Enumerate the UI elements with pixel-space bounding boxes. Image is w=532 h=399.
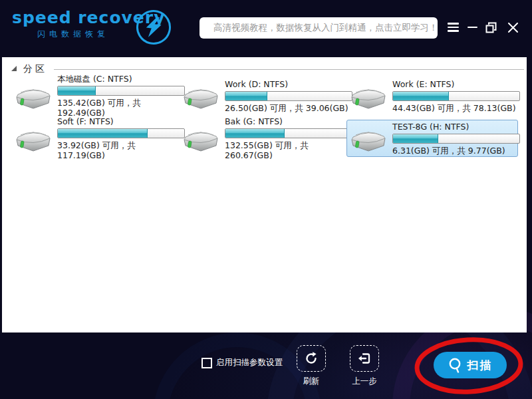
drive-label: TEST-8G (H: NTFS)	[392, 122, 520, 132]
hdd-icon	[182, 82, 219, 110]
drive-capacity: 6.31(GB) 可用，共 9.77(GB)	[392, 146, 520, 156]
drive-card-g[interactable]: Bak (G: NTFS) 132.55(GB) 可用，共 260.67(GB)	[179, 120, 350, 157]
scan-button[interactable]: 扫描	[434, 352, 507, 378]
usage-bar	[225, 128, 352, 138]
restore-button[interactable]	[484, 21, 497, 33]
close-button[interactable]	[506, 21, 519, 33]
back-icon	[357, 351, 372, 366]
hdd-icon	[350, 124, 387, 152]
drive-capacity: 26.50(GB) 可用，共 39.06(GB)	[225, 103, 352, 113]
restore-icon	[485, 22, 497, 33]
drive-capacity: 44.43(GB) 可用，共 78.13(GB)	[392, 103, 520, 113]
refresh-button[interactable]	[297, 345, 326, 372]
usage-bar	[392, 91, 520, 101]
drive-capacity: 135.42(GB) 可用，共 192.49(GB)	[57, 98, 185, 118]
refresh-label: 刷新	[303, 376, 320, 387]
menu-icon	[448, 23, 459, 32]
scan-params-checkbox[interactable]	[201, 358, 212, 368]
hdd-icon	[15, 124, 52, 152]
hdd-icon	[15, 82, 52, 110]
tutorial-banner-text: 高清视频教程，数据恢复从入门到精通，点击立即学习！	[213, 22, 438, 34]
drive-card-c[interactable]: 本地磁盘 (C: NTFS) 135.42(GB) 可用，共 192.49(GB…	[11, 77, 183, 114]
scan-params-option: 启用扫描参数设置	[201, 357, 283, 368]
tutorial-banner[interactable]: 高清视频教程，数据恢复从入门到精通，点击立即学习！	[200, 17, 438, 39]
search-icon	[448, 358, 462, 373]
usage-bar	[57, 128, 185, 138]
back-button[interactable]	[350, 345, 379, 372]
drive-label: Work (E: NTFS)	[392, 79, 520, 89]
partition-panel: 分区 本地磁盘 (C: NTFS) 135.42(GB) 可用，共 192.49…	[2, 57, 527, 332]
drive-card-h[interactable]: TEST-8G (H: NTFS) 6.31(GB) 可用，共 9.77(GB)	[346, 120, 518, 157]
scan-params-label: 启用扫描参数设置	[216, 357, 283, 368]
close-icon	[508, 23, 518, 33]
drive-label: Bak (G: NTFS)	[225, 116, 352, 126]
hdd-icon	[182, 124, 219, 152]
drive-capacity: 132.55(GB) 可用，共 260.67(GB)	[225, 140, 352, 160]
drive-capacity: 33.92(GB) 可用，共 117.19(GB)	[57, 140, 185, 160]
hdd-icon	[350, 82, 387, 110]
section-divider	[54, 69, 524, 70]
drive-card-e[interactable]: Work (E: NTFS) 44.43(GB) 可用，共 78.13(GB)	[346, 77, 518, 114]
drive-card-d[interactable]: Work (D: NTFS) 26.50(GB) 可用，共 39.06(GB)	[179, 77, 350, 114]
minimize-button[interactable]	[466, 21, 479, 33]
drive-label: Soft (F: NTFS)	[57, 116, 185, 126]
scan-button-label: 扫描	[467, 358, 493, 373]
drive-card-f[interactable]: Soft (F: NTFS) 33.92(GB) 可用，共 117.19(GB)	[11, 120, 183, 157]
usage-bar	[57, 86, 185, 96]
expander-icon[interactable]	[11, 66, 17, 71]
refresh-icon	[304, 351, 319, 366]
minimize-icon	[467, 27, 477, 29]
usage-bar	[225, 91, 352, 101]
back-tool: 上一步	[345, 345, 384, 387]
menu-button[interactable]	[446, 21, 460, 33]
section-title: 分区	[23, 63, 47, 75]
drive-label: Work (D: NTFS)	[225, 79, 352, 89]
usage-bar	[392, 134, 520, 144]
back-label: 上一步	[352, 376, 377, 387]
drive-label: 本地磁盘 (C: NTFS)	[57, 74, 185, 84]
refresh-tool: 刷新	[292, 345, 331, 387]
